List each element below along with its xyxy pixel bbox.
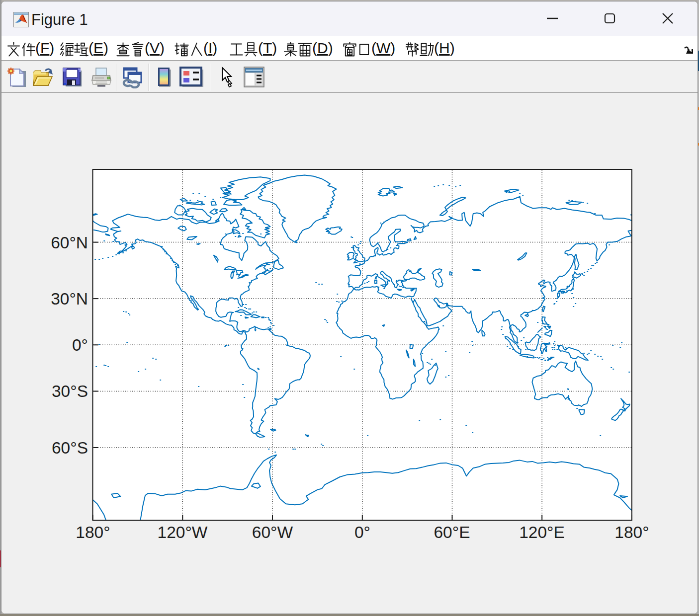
svg-text:0°: 0°	[354, 523, 370, 541]
svg-text:30°N: 30°N	[51, 290, 88, 308]
svg-text:60°W: 60°W	[252, 523, 293, 541]
svg-text:120°W: 120°W	[158, 523, 208, 541]
svg-text:30°S: 30°S	[52, 382, 88, 400]
svg-text:180°: 180°	[76, 523, 110, 541]
svg-text:60°N: 60°N	[51, 233, 88, 252]
svg-text:180°: 180°	[614, 523, 649, 541]
svg-text:120°E: 120°E	[519, 523, 565, 541]
svg-text:60°E: 60°E	[434, 523, 470, 541]
svg-text:60°S: 60°S	[52, 439, 88, 457]
svg-text:0°: 0°	[72, 336, 88, 354]
